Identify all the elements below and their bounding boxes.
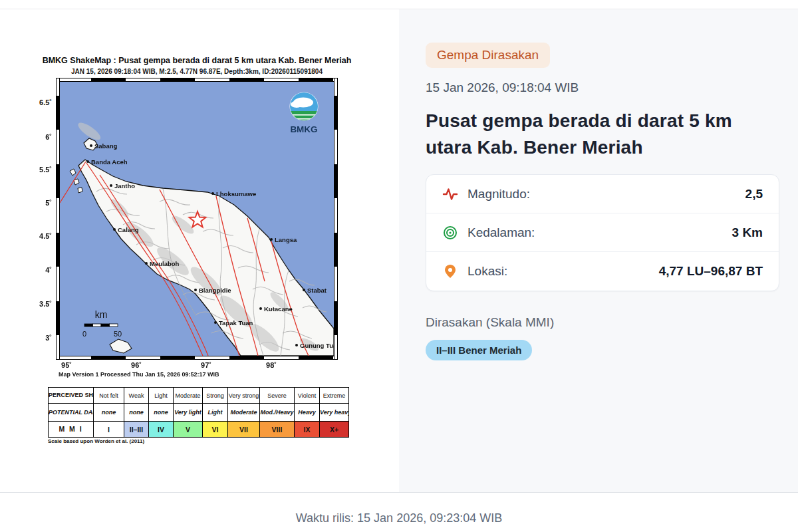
shaking-cell: Not felt — [94, 388, 124, 404]
shaking-cell: Strong — [203, 388, 228, 404]
lon-tick: 97˚ — [193, 361, 219, 369]
mmi-cell: IV — [149, 422, 174, 438]
event-detail-card: Magnitudo: 2,5 Kedalaman: 3 Km Lokasi: 4… — [426, 174, 779, 291]
bmkg-logo: BMKG — [289, 92, 319, 134]
map-version-caption: Map Version 1 Processed Thu Jan 15, 2026… — [59, 371, 219, 378]
shaking-cell: Very strong — [228, 388, 260, 404]
city-label: Gunung Tua — [300, 342, 334, 349]
scale-end-label: 50 — [114, 330, 122, 338]
lat-tick: 3˚ — [25, 334, 52, 342]
magnitude-label: Magnitudo: — [467, 187, 530, 201]
seismogram-icon — [442, 186, 458, 202]
depth-row: Kedalaman: 3 Km — [426, 213, 779, 252]
city-label: Tapak Tuan — [219, 319, 253, 327]
damage-cell: Very light — [174, 404, 203, 422]
shakemap-title: BMKG ShakeMap : Pusat gempa berada di da… — [31, 56, 363, 65]
depth-value: 3 Km — [732, 225, 763, 240]
row-label-mmi: M M I — [49, 422, 94, 438]
mmi-cell: I — [94, 422, 124, 438]
location-row: Lokasi: 4,77 LU–96,87 BT — [426, 252, 779, 291]
map-frame-bottom — [56, 356, 338, 360]
shaking-cell: Extreme — [320, 388, 349, 404]
shakemap-subtitle: JAN 15, 2026 09:18:04 WIB, M:2.5, 4.77N … — [31, 68, 363, 75]
city-label: Langsa — [275, 236, 297, 243]
bmkg-logo-text: BMKG — [290, 124, 317, 134]
mmi-cell: VI — [203, 422, 228, 438]
damage-cell: Very heavy — [320, 404, 349, 422]
map-frame-left — [56, 78, 60, 360]
mmi-cell: X+ — [320, 422, 349, 438]
lat-tick: 5˚ — [25, 199, 52, 207]
mmi-cell: II–III — [124, 422, 149, 438]
lon-tick: 98˚ — [258, 361, 285, 369]
scale-start-label: 0 — [82, 330, 86, 338]
mmi-scale-note: Scale based upon Worden et al. (2011) — [48, 438, 144, 444]
shakemap-image: km 0 50 — [56, 78, 338, 360]
footer-bar: Waktu rilis: 15 Jan 2026, 09:23:04 WIB — [0, 492, 798, 532]
felt-area-badge: II–III Bener Meriah — [426, 340, 532, 360]
city-label: Kutacane — [264, 305, 293, 313]
row-label-damage: POTENTIAL DAMAGE — [49, 404, 94, 422]
aceh-map: km 0 50 — [60, 82, 334, 356]
map-frame-top — [56, 78, 338, 82]
lat-tick: 4˚ — [25, 266, 52, 274]
magnitude-value: 2,5 — [745, 187, 763, 201]
depth-target-icon — [442, 225, 458, 241]
city-label: Stabat — [307, 287, 327, 294]
damage-cell: Light — [203, 404, 228, 422]
release-time: Waktu rilis: 15 Jan 2026, 09:23:04 WIB — [0, 511, 798, 525]
bmkg-earthquake-page: BMKG ShakeMap : Pusat gempa berada di da… — [0, 0, 798, 532]
lat-tick: 4.5˚ — [25, 232, 52, 240]
event-type-badge: Gempa Dirasakan — [426, 43, 550, 68]
city-label: Meulaboh — [150, 260, 180, 267]
lat-tick: 3.5˚ — [25, 300, 52, 308]
map-frame-right — [334, 78, 338, 360]
row-label-shaking: PERCEIVED SHAKING — [49, 388, 94, 404]
location-label: Lokasi: — [467, 264, 507, 279]
damage-cell: none — [94, 404, 124, 422]
shaking-cell: Severe — [260, 388, 295, 404]
city-label: Sabang — [94, 142, 118, 150]
damage-cell: Mod./Heavy — [260, 404, 295, 422]
mmi-cell: VIII — [260, 422, 295, 438]
mmi-cell: VII — [228, 422, 260, 438]
city-label: Jantho — [114, 182, 135, 190]
shaking-cell: Weak — [124, 388, 149, 404]
event-headline: Pusat gempa berada di darat 5 km utara K… — [426, 108, 771, 161]
city-label: Banda Aceh — [91, 158, 128, 166]
event-datetime: 15 Jan 2026, 09:18:04 WIB — [426, 80, 579, 95]
city-label: Calang — [118, 226, 139, 233]
shaking-cell: Violent — [295, 388, 320, 404]
scale-unit-label: km — [95, 309, 108, 320]
location-value: 4,77 LU–96,87 BT — [659, 264, 763, 279]
depth-label: Kedalaman: — [467, 225, 535, 240]
lon-tick: 95˚ — [53, 361, 80, 369]
shaking-cell: Light — [149, 388, 174, 404]
mmi-scale-table: PERCEIVED SHAKING Not felt Weak Light Mo… — [48, 387, 349, 438]
shaking-cell: Moderate — [174, 388, 203, 404]
damage-cell: none — [149, 404, 174, 422]
city-label: Blangpidie — [199, 287, 231, 294]
mmi-cell: V — [174, 422, 203, 438]
city-label: Lhoksumawe — [216, 190, 256, 198]
damage-cell: Moderate — [228, 404, 260, 422]
location-pin-icon — [442, 263, 458, 279]
lon-tick: 96˚ — [123, 361, 150, 369]
lat-tick: 5.5˚ — [25, 166, 52, 174]
lat-tick: 6˚ — [25, 133, 52, 141]
islet-3 — [78, 188, 82, 193]
damage-cell: Heavy — [295, 404, 320, 422]
felt-scale-heading: Dirasakan (Skala MMI) — [426, 315, 554, 330]
lat-tick: 6.5˚ — [25, 98, 52, 106]
damage-cell: none — [124, 404, 149, 422]
magnitude-row: Magnitudo: 2,5 — [426, 175, 779, 213]
mmi-cell: IX — [295, 422, 320, 438]
